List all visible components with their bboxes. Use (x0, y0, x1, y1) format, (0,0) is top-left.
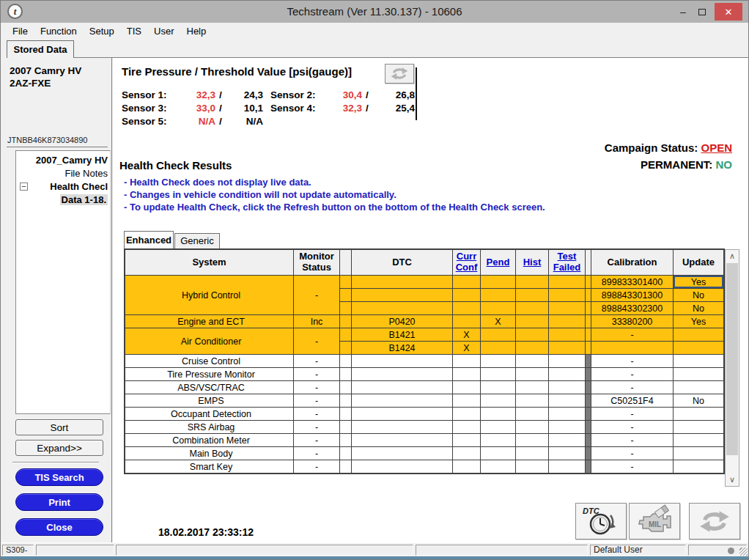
status-segment (116, 545, 413, 556)
table-row[interactable]: Smart Key-- (125, 460, 724, 474)
spacer-cell (340, 421, 352, 434)
spacer-cell (340, 394, 352, 408)
close-window-button[interactable]: ✕ (715, 3, 742, 21)
tree-item[interactable]: Data 1-18. (16, 194, 110, 207)
session-tree[interactable]: 2007_Camry HVFile Notes−Health CheclData… (15, 150, 111, 414)
sensor-threshold: 26,8 (369, 89, 415, 100)
spacer-cell (340, 355, 352, 368)
test-failed-cell (549, 368, 586, 381)
spacer-cell (340, 447, 352, 460)
hist-cell (516, 408, 549, 421)
dtc-timer-button[interactable]: DTC (575, 503, 627, 539)
pend-cell (481, 289, 516, 302)
maximize-button[interactable] (693, 4, 712, 20)
test-failed-cell (549, 447, 586, 460)
monitor-status-cell: - (294, 421, 340, 434)
health-check-title: Health Check Results (119, 159, 232, 172)
print-button[interactable]: Print (15, 493, 103, 511)
divider-cell (586, 434, 591, 447)
refresh-button[interactable] (689, 503, 740, 539)
sort-button[interactable]: Sort (15, 419, 103, 435)
status-segment (36, 545, 114, 556)
table-row[interactable]: Main Body-- (125, 447, 724, 460)
tire-pressure-title: Tire Pressure / Threshold Value [psi(gau… (122, 65, 352, 78)
tree-item[interactable]: 2007_Camry HV (16, 154, 110, 167)
menu-item-setup[interactable]: Setup (89, 26, 114, 37)
curr-conf-cell (453, 460, 481, 474)
column-header: Monitor Status (294, 250, 340, 276)
monitor-status-cell: - (294, 355, 340, 368)
sensor-label: Sensor 2: (270, 89, 316, 100)
hist-cell (516, 421, 549, 434)
test-failed-cell (549, 421, 586, 434)
table-row[interactable]: Combination Meter-- (125, 434, 724, 447)
system-cell: Main Body (125, 447, 294, 460)
pend-cell (481, 381, 516, 394)
resize-grip-icon[interactable] (739, 548, 748, 556)
system-cell: Cruise Control (125, 355, 294, 368)
system-cell: Hybrid Control (125, 276, 294, 315)
dtc-cell: B1421 (352, 328, 453, 342)
tab-enhanced[interactable]: Enhanced (124, 231, 174, 248)
curr-conf-cell (453, 289, 481, 302)
test-failed-cell (549, 276, 586, 289)
column-header[interactable]: Curr Conf (453, 250, 481, 276)
column-header[interactable]: Pend (481, 250, 516, 276)
scroll-down-icon[interactable]: ∨ (726, 474, 739, 486)
tis-search-button[interactable]: TIS Search (15, 468, 103, 486)
sensor-threshold: 25,4 (369, 103, 415, 114)
tire-pressure-refresh-button[interactable] (385, 64, 414, 84)
sensor-value: 30,4 (314, 89, 362, 100)
spacer-cell (340, 368, 352, 381)
vehicle-engine: 2AZ-FXE (10, 78, 51, 89)
divider-cell (586, 355, 591, 368)
menu-item-function[interactable]: Function (40, 26, 77, 37)
campaign-status-value[interactable]: OPEN (701, 141, 732, 154)
table-scrollbar[interactable]: ∧ ∨ (725, 249, 739, 487)
scrollbar-thumb[interactable] (726, 263, 738, 455)
menu-item-help[interactable]: Help (187, 26, 207, 37)
table-row[interactable]: Hybrid Control-899833301400Yes (125, 276, 724, 289)
svg-text:MIL: MIL (649, 520, 661, 528)
sidebar-divider (12, 462, 99, 463)
hist-cell (516, 302, 549, 315)
tree-item[interactable]: −Health Checl (16, 180, 110, 194)
spacer-cell (340, 289, 352, 302)
menu-item-tis[interactable]: TIS (127, 26, 141, 37)
table-row[interactable]: Engine and ECTIncP0420X33380200Yes (125, 315, 724, 328)
table-row[interactable]: SRS Airbag-- (125, 421, 724, 434)
minimize-button[interactable]: – (674, 4, 693, 20)
column-header[interactable]: Test Failed (549, 250, 586, 276)
tree-expander-icon[interactable]: − (20, 183, 28, 191)
table-row[interactable]: Air Conditioner-B1421X- (125, 328, 724, 342)
divider-cell (586, 276, 591, 289)
test-failed-cell (549, 434, 586, 447)
monitor-status-cell: - (294, 381, 340, 394)
pend-cell (481, 342, 516, 355)
tree-item-label: File Notes (64, 168, 108, 179)
table-row[interactable]: Tire Pressure Monitor-- (125, 368, 724, 381)
tab-stored-data[interactable]: Stored Data (7, 40, 74, 58)
menu-item-file[interactable]: File (12, 26, 28, 37)
results-table-wrap: SystemMonitor StatusDTCCurr ConfPendHist… (124, 248, 725, 474)
close-button[interactable]: Close (15, 518, 103, 536)
test-failed-cell (549, 302, 586, 315)
column-header[interactable]: Hist (516, 250, 549, 276)
test-failed-cell (549, 381, 586, 394)
table-row[interactable]: Occupant Detection-- (125, 408, 724, 421)
table-row[interactable]: EMPS-C50251F4No (125, 394, 724, 408)
divider-cell (586, 289, 591, 302)
mil-erase-button[interactable]: MIL (629, 503, 680, 539)
scroll-up-icon[interactable]: ∧ (726, 250, 739, 262)
expand-button[interactable]: Expand>> (15, 440, 103, 456)
tree-item[interactable]: File Notes (16, 167, 110, 180)
table-row[interactable]: Cruise Control-- (125, 355, 724, 368)
system-cell: ABS/VSC/TRAC (125, 381, 294, 394)
table-row[interactable]: ABS/VSC/TRAC-- (125, 381, 724, 394)
tab-generic[interactable]: Generic (174, 233, 220, 248)
test-failed-cell (549, 355, 586, 368)
system-cell: Engine and ECT (125, 315, 294, 328)
monitor-status-cell: - (294, 408, 340, 421)
spacer-cell (340, 328, 352, 342)
menu-item-user[interactable]: User (154, 26, 174, 37)
